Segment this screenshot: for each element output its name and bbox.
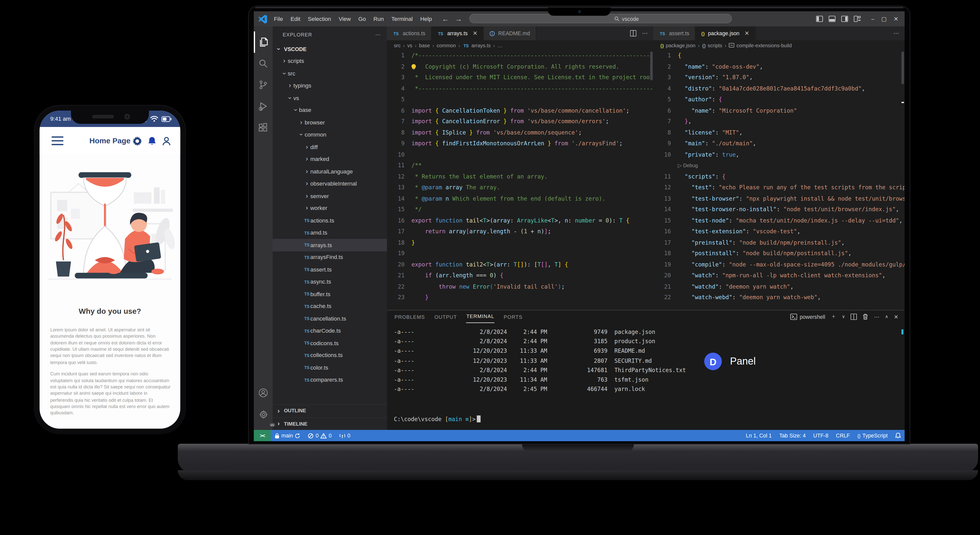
menu-view[interactable]: View bbox=[335, 14, 355, 23]
menu-run[interactable]: Run bbox=[370, 14, 388, 23]
tree-item-charCode.ts[interactable]: TScharCode.ts bbox=[273, 325, 387, 337]
tree-item-typings[interactable]: ›typings bbox=[273, 80, 387, 92]
tree-item-browser[interactable]: ›browser bbox=[273, 116, 387, 129]
run-debug-icon[interactable] bbox=[254, 96, 273, 117]
status-item-utf-8[interactable]: UTF-8 bbox=[810, 430, 832, 441]
menu-go[interactable]: Go bbox=[355, 14, 370, 23]
tree-item-buffer.ts[interactable]: TSbuffer.ts bbox=[273, 288, 387, 300]
tree-item-marked[interactable]: ›marked bbox=[273, 153, 387, 166]
breadcrumb-item-…[interactable]: … bbox=[497, 43, 502, 48]
back-arrow-icon[interactable]: ← bbox=[442, 15, 449, 22]
shell-label[interactable]: powershell bbox=[790, 314, 825, 320]
breadcrumb-item-vs[interactable]: vs bbox=[407, 43, 412, 48]
split-terminal-icon[interactable] bbox=[851, 314, 857, 320]
toggle-panel-icon[interactable] bbox=[829, 16, 835, 22]
gear-icon[interactable] bbox=[133, 136, 142, 146]
panel-more-icon[interactable]: ⋯ bbox=[874, 314, 879, 320]
maximize-icon[interactable]: ▢ bbox=[881, 16, 886, 22]
tree-item-base[interactable]: ›base bbox=[273, 104, 387, 116]
user-icon[interactable] bbox=[162, 136, 171, 146]
tab-README.md[interactable]: README.md bbox=[484, 26, 536, 40]
tree-item-cache.ts[interactable]: TScache.ts bbox=[273, 300, 387, 312]
settings-gear-icon[interactable]: vs bbox=[254, 403, 273, 425]
tree-item-amd.ts[interactable]: TSamd.ts bbox=[273, 226, 387, 239]
terminal-dropdown-icon[interactable]: ∨ bbox=[842, 314, 845, 319]
forward-arrow-icon[interactable]: → bbox=[455, 15, 462, 22]
explorer-icon[interactable] bbox=[254, 32, 273, 53]
new-terminal-icon[interactable]: ＋ bbox=[831, 313, 836, 320]
minimize-icon[interactable]: – bbox=[871, 16, 875, 22]
toggle-sidebar-icon[interactable] bbox=[816, 16, 823, 22]
tab-actions.ts[interactable]: TSactions.ts bbox=[387, 26, 431, 40]
tree-item-common[interactable]: ›common bbox=[273, 129, 387, 141]
toggle-secondary-sidebar-icon[interactable] bbox=[841, 16, 848, 22]
panel-close-icon[interactable]: ✕ bbox=[894, 314, 898, 320]
tree-item-arraysFind.ts[interactable]: TSarraysFind.ts bbox=[273, 251, 387, 263]
breadcrumb-item-compile-extensions-build[interactable]: compile-extensions-build bbox=[729, 43, 792, 48]
search-icon[interactable] bbox=[254, 53, 273, 74]
tree-item-actions.ts[interactable]: TSactions.ts bbox=[273, 215, 387, 227]
menu-help[interactable]: Help bbox=[416, 14, 436, 23]
tree-item-cancellation.ts[interactable]: TScancellation.ts bbox=[273, 312, 387, 325]
breadcrumb-item-base[interactable]: base bbox=[419, 43, 430, 48]
tree-item-diff[interactable]: ›diff bbox=[273, 141, 387, 153]
tree-item-arrays.ts[interactable]: TSarrays.ts bbox=[273, 239, 387, 251]
menu-file[interactable]: File bbox=[270, 14, 287, 23]
status-item-typescript[interactable]: {}TypeScript bbox=[854, 430, 891, 441]
status-item-tab-size-4[interactable]: Tab Size: 4 bbox=[775, 430, 810, 441]
extensions-icon[interactable] bbox=[254, 117, 273, 138]
sidebar-more-icon[interactable]: ⋯ bbox=[375, 32, 381, 37]
remote-indicator[interactable]: >< bbox=[254, 430, 271, 441]
split-editor-icon[interactable] bbox=[630, 30, 636, 37]
panel-tab-ports[interactable]: PORTS bbox=[504, 310, 523, 323]
tree-item-observableInternal[interactable]: ›observableInternal bbox=[273, 177, 387, 190]
breadcrumb-item-common[interactable]: common bbox=[437, 43, 456, 48]
close-tab-icon[interactable]: ✕ bbox=[473, 30, 477, 37]
menu-terminal[interactable]: Terminal bbox=[388, 14, 416, 23]
tree-item-naturalLanguage[interactable]: ›naturalLanguage bbox=[273, 166, 387, 178]
breadcrumb-item-src[interactable]: src bbox=[394, 43, 401, 48]
tree-item-color.ts[interactable]: TScolor.ts bbox=[273, 361, 387, 374]
terminal[interactable]: -a----2/8/20242:44 PM9749package.json-a-… bbox=[394, 327, 900, 430]
trash-icon[interactable] bbox=[863, 314, 869, 320]
breadcrumb-item-scripts[interactable]: {}scripts bbox=[702, 43, 722, 48]
ports-status-item[interactable]: 0 bbox=[336, 430, 354, 441]
tree-root-vscode[interactable]: › VSCODE bbox=[273, 43, 387, 55]
tab-assert.ts[interactable]: TSassert.ts bbox=[653, 26, 695, 40]
tab-arrays.ts[interactable]: TSarrays.ts✕ bbox=[431, 26, 484, 40]
tree-item-assert.ts[interactable]: TSassert.ts bbox=[273, 263, 387, 276]
code-editor-arrays[interactable]: 1/*-------------------------------------… bbox=[387, 50, 653, 310]
tree-item-src[interactable]: ›src bbox=[273, 67, 387, 80]
menu-edit[interactable]: Edit bbox=[287, 14, 304, 23]
close-tab-icon[interactable]: ✕ bbox=[745, 30, 749, 37]
more-actions-icon[interactable]: ⋯ bbox=[893, 30, 899, 37]
breadcrumb-item-arrays.ts[interactable]: TSarrays.ts bbox=[463, 43, 491, 48]
tree-item-semver[interactable]: ›semver bbox=[273, 190, 387, 202]
tree-item-collections.ts[interactable]: TScollections.ts bbox=[273, 349, 387, 361]
branch-status-item[interactable]: main bbox=[271, 430, 305, 441]
more-actions-icon[interactable]: ⋯ bbox=[642, 30, 648, 37]
notifications-bell-icon[interactable] bbox=[891, 430, 905, 441]
code-editor-package-json[interactable]: 1{2 "name": "code-oss-dev",3 "version": … bbox=[653, 50, 905, 310]
customize-layout-icon[interactable] bbox=[854, 16, 861, 22]
tree-item-vs[interactable]: ›vs bbox=[273, 92, 387, 104]
panel-maximize-icon[interactable]: ∧ bbox=[885, 314, 888, 319]
close-icon[interactable]: ✕ bbox=[894, 16, 898, 22]
panel-tab-output[interactable]: OUTPUT bbox=[434, 310, 457, 323]
sidebar-section-outline[interactable]: › OUTLINE bbox=[273, 404, 387, 417]
menu-selection[interactable]: Selection bbox=[304, 14, 335, 23]
scrollbar[interactable] bbox=[902, 51, 904, 84]
panel-tab-terminal[interactable]: TERMINAL bbox=[466, 310, 494, 323]
scrollbar[interactable] bbox=[650, 51, 653, 80]
tree-item-worker[interactable]: ›worker bbox=[273, 202, 387, 215]
sidebar-section-timeline[interactable]: › TIMELINE bbox=[273, 417, 387, 430]
tab-package.json[interactable]: {}package.json✕ bbox=[695, 26, 756, 40]
problems-status-item[interactable]: 0 0 bbox=[304, 430, 336, 441]
tree-item-scripts[interactable]: ›scripts bbox=[273, 55, 387, 67]
status-item-crlf[interactable]: CRLF bbox=[832, 430, 854, 441]
tree-item-comparers.ts[interactable]: TScomparers.ts bbox=[273, 374, 387, 386]
source-control-icon[interactable] bbox=[254, 74, 273, 96]
panel-tab-problems[interactable]: PROBLEMS bbox=[395, 310, 425, 323]
bell-icon[interactable] bbox=[148, 136, 156, 146]
status-item-ln-1-col-1[interactable]: Ln 1, Col 1 bbox=[742, 430, 775, 441]
